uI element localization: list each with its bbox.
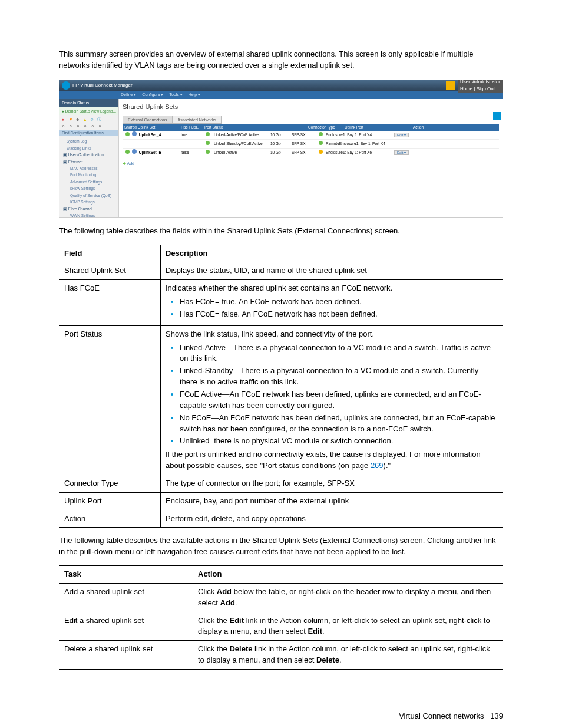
actions-table: Task Action Add a shared uplink set Clic…	[59, 565, 503, 670]
nav-mac[interactable]: MAC Addresses	[62, 165, 116, 172]
nav-auth[interactable]: ▣ Users/Authentication	[62, 151, 116, 158]
app-screenshot: HP Virtual Connect Manager User: Adminis…	[59, 80, 503, 218]
uplink-status-icon	[319, 141, 323, 145]
th-field: Field	[59, 245, 161, 262]
status-icons-row: ● ▼ ◆ ▲ ↻ ⓘ	[59, 115, 118, 123]
user-info[interactable]: User: AdministratorHome | Sign Out	[458, 80, 503, 93]
menubar: Define ▾ Configure ▾ Tools ▾ Help ▾	[59, 91, 503, 99]
grid-row[interactable]: UplinkSet_A true Linked-Active/FCoE Acti…	[123, 131, 499, 140]
menu-define[interactable]: Define ▾	[121, 92, 136, 98]
refresh-icon[interactable]: ↻	[90, 117, 95, 121]
intro-paragraph: This summary screen provides an overview…	[59, 49, 503, 71]
nav-igmp[interactable]: IGMP Settings	[62, 199, 116, 205]
panel-title: Shared Uplink Sets	[123, 103, 499, 112]
table1-intro: The following table describes the fields…	[59, 226, 503, 237]
critical-icon: ●	[62, 117, 67, 121]
tab-associated-networks[interactable]: Associated Networks	[173, 116, 222, 124]
nav-qos[interactable]: Quality of Service (QoS)	[62, 192, 116, 199]
status-ok-icon	[125, 150, 130, 154]
grid-row[interactable]: UplinkSet_B false Linked-Active 10 Gb SF…	[123, 149, 499, 157]
grid-header: Shared Uplink Set Has FCoE Port Status C…	[123, 124, 499, 131]
nav-wwn[interactable]: WWN Settings	[62, 212, 116, 218]
nav-ethernet[interactable]: ▣ Ethernet	[62, 159, 116, 165]
nav-adv[interactable]: Advanced Settings	[62, 179, 116, 185]
nav-portmon[interactable]: Port Monitoring	[62, 172, 116, 178]
hp-logo-icon	[62, 81, 70, 90]
help-icon[interactable]	[493, 112, 501, 120]
port-status-icon	[206, 132, 210, 136]
nav-stacking[interactable]: Stacking Links	[62, 145, 116, 151]
table2-intro: The following table describes the availa…	[59, 535, 503, 558]
th-task: Task	[59, 566, 193, 584]
status-ok-icon	[125, 132, 130, 136]
app-title: HP Virtual Connect Manager	[72, 82, 133, 89]
th-action: Action	[193, 566, 503, 584]
view-legend-link[interactable]: View Legend...	[91, 108, 116, 114]
domain-status-header: Domain Status	[59, 99, 118, 107]
caution-icon: ▲	[83, 117, 88, 121]
find-header: Find Configuration Items	[59, 130, 118, 136]
wizard-hat-icon[interactable]	[446, 81, 455, 90]
menu-tools[interactable]: Tools ▾	[169, 92, 182, 98]
page-link-269[interactable]: 269	[371, 461, 384, 470]
nav-tree: System Log Stacking Links ▣ Users/Authen…	[59, 136, 118, 217]
main-panel: Shared Uplink Sets External Connections …	[119, 99, 503, 217]
edit-action-button[interactable]: Edit ▾	[394, 133, 409, 137]
port-status-icon	[206, 141, 210, 145]
sidebar: Domain Status ● Domain Status View Legen…	[59, 99, 119, 217]
nav-systemlog[interactable]: System Log	[62, 138, 116, 144]
warning-icon: ▼	[69, 117, 74, 121]
uplink-warn-icon	[319, 150, 323, 154]
edit-action-button[interactable]: Edit ▾	[394, 150, 409, 155]
page-footer: Virtual Connect networks 139	[59, 711, 503, 722]
port-status-icon	[206, 150, 210, 154]
tab-external-connections[interactable]: External Connections	[123, 116, 173, 124]
minor-icon: ◆	[76, 117, 81, 121]
fields-table: Field Description Shared Uplink Set Disp…	[59, 245, 503, 528]
grid-row[interactable]: Linked-Standby/FCoE Active 10 Gb SFP-SX …	[123, 140, 499, 149]
globe-icon	[132, 149, 137, 154]
info-icon[interactable]: ⓘ	[97, 117, 102, 121]
globe-icon	[132, 131, 137, 136]
uplink-status-icon	[319, 132, 323, 136]
add-link[interactable]: Add	[123, 161, 134, 167]
nav-fc[interactable]: ▣ Fibre Channel	[62, 206, 116, 212]
th-description: Description	[161, 245, 503, 262]
nav-sflow[interactable]: sFlow Settings	[62, 185, 116, 192]
menu-configure[interactable]: Configure ▾	[142, 92, 163, 98]
menu-help[interactable]: Help ▾	[189, 92, 200, 98]
